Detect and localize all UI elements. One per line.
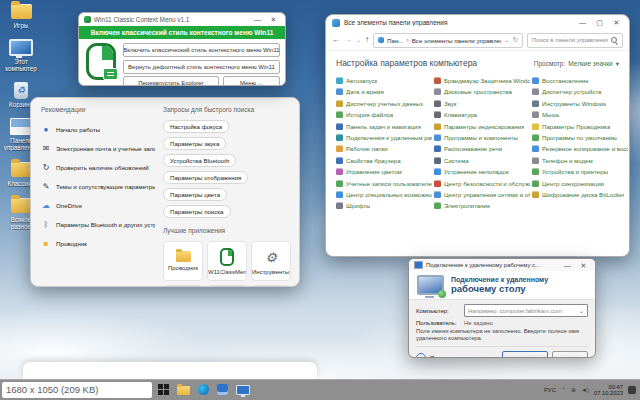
quick-search-pill[interactable]: Параметры цвета — [163, 188, 227, 201]
control-panel-item[interactable]: Центр управления сетями и общ... — [434, 191, 530, 198]
start-icon[interactable] — [158, 384, 169, 395]
show-options-chevron-icon[interactable]: ⌄ — [416, 353, 426, 358]
hidden-icons-chevron-icon[interactable]: ⌃ — [561, 387, 566, 393]
control-panel-item[interactable]: Резервное копирование и восст... — [532, 145, 628, 152]
this-pc-icon[interactable] — [236, 385, 250, 395]
control-panel-search-box[interactable]: Поиск в панели управления — [527, 33, 623, 48]
control-panel-item[interactable]: Центр безопасности и обслужив... — [434, 180, 530, 187]
quick-search-pill[interactable]: Параметры поиска — [163, 205, 231, 218]
app-tile[interactable]: Параметры — [163, 285, 203, 287]
control-panel-item[interactable]: Центр специальных возможностей — [336, 191, 432, 198]
control-panel-item[interactable]: Клавиатура — [434, 111, 530, 118]
recommendation-item[interactable]: ☁ OneDrive — [41, 196, 155, 215]
control-panel-item[interactable]: Устранение неполадок — [434, 168, 530, 175]
network-icon[interactable]: ⊕ — [571, 387, 576, 393]
control-panel-item[interactable]: Диспетчер учетных данных — [336, 100, 432, 107]
refresh-icon[interactable]: ↻ — [513, 36, 518, 44]
quick-search-pill[interactable]: Параметры отображения — [163, 171, 248, 184]
control-panel-item[interactable]: Дата и время — [336, 88, 432, 95]
control-panel-item[interactable]: Распознавание речи — [434, 145, 530, 152]
enable-classic-style-button[interactable]: Включить классический стиль контекстного… — [123, 43, 280, 57]
control-panel-item[interactable]: Устройства и принтеры — [532, 168, 628, 175]
control-panel-item[interactable]: Электропитание — [434, 202, 530, 209]
restart-explorer-button[interactable]: Перезапустить Explorer — [123, 76, 219, 86]
quick-search-pill[interactable]: Настройка фокуса — [163, 120, 229, 133]
recommendation-item[interactable]: ✉ Электронная почта и учетные записи — [41, 139, 155, 158]
minimize-icon[interactable]: — — [576, 19, 589, 26]
connect-button[interactable]: Подключить — [502, 351, 548, 358]
quick-search-pill[interactable]: Параметры звука — [163, 137, 226, 150]
control-panel-item[interactable]: Подключения к удаленным рабоч... — [336, 134, 432, 141]
app-tile[interactable]: Инструменты W... — [251, 241, 291, 281]
chevron-down-icon[interactable]: ▾ — [616, 60, 619, 68]
notification-icon[interactable] — [628, 386, 636, 394]
close-icon[interactable]: ✕ — [267, 16, 280, 23]
close-icon[interactable]: ✕ — [577, 262, 590, 269]
search-flyout-search-box[interactable] — [23, 362, 317, 380]
view-dropdown[interactable]: Мелкие значки — [568, 60, 612, 67]
help-button[interactable]: Справка — [552, 351, 588, 358]
control-panel-titlebar[interactable]: Все элементы панели управления — ▢ ✕ — [326, 15, 629, 30]
desktop-icon[interactable]: Игры — [1, 2, 41, 29]
app-tile[interactable]: Проводник — [163, 241, 203, 281]
control-panel-item[interactable]: Система — [434, 157, 530, 164]
recommendation-item[interactable]: ↻ Проверить наличие обновлений — [41, 158, 155, 177]
app-tile[interactable]: W11ClassMen... — [207, 241, 247, 281]
control-panel-item[interactable]: Параметры индексирования — [434, 123, 530, 130]
control-panel-item[interactable]: Звук — [434, 100, 530, 107]
breadcrumb[interactable]: Пан... › Все элементы панели управлен...… — [373, 33, 523, 48]
computer-combobox[interactable]: Например: computer.fabrikam.com ⌄ — [464, 304, 588, 317]
control-panel-item[interactable]: Центр синхронизации — [532, 180, 628, 187]
control-panel-item[interactable]: Телефон и модем — [532, 157, 628, 164]
app-tile[interactable]: Калькулятор — [251, 285, 291, 287]
app-tile[interactable]: Локальная пол... — [207, 285, 247, 287]
up-icon[interactable]: ↑ — [365, 36, 369, 44]
show-options-link[interactable]: Показать параметры — [430, 355, 498, 358]
control-panel-item[interactable]: Свойства браузера — [336, 157, 432, 164]
control-panel-item[interactable]: Рабочие папки — [336, 145, 432, 152]
restore-default-style-button[interactable]: Вернуть дефолтный стиль контекстного мен… — [123, 60, 280, 74]
remote-desktop-icon[interactable] — [217, 384, 228, 395]
control-panel-item[interactable]: Брандмауэр Защитника Windows — [434, 77, 530, 84]
forward-icon[interactable]: → — [344, 36, 352, 44]
control-panel-item[interactable]: Управление цветом — [336, 168, 432, 175]
clock[interactable]: 00:47 07.10.2023 — [594, 384, 623, 396]
control-panel-item[interactable]: Учетные записи пользователей — [336, 180, 432, 187]
ccm-titlebar[interactable]: Win11 Classic Context Menu v1.1 — ✕ — [79, 13, 285, 26]
back-icon[interactable]: ← — [332, 36, 340, 44]
chevron-down-icon[interactable]: ⌄ — [579, 307, 584, 314]
language-indicator[interactable]: РУС — [544, 387, 556, 393]
history-chevron-icon[interactable]: ⌄ — [356, 37, 361, 43]
breadcrumb-current[interactable]: Все элементы панели управлен... — [412, 37, 501, 44]
recommendation-item[interactable]: ■ Проводник — [41, 234, 155, 253]
quick-search-pill[interactable]: Устройства Bluetooth — [163, 154, 236, 167]
control-panel-item[interactable]: Инструменты Windows — [532, 100, 628, 107]
breadcrumb-chevron-icon[interactable]: ⌄ — [504, 36, 509, 44]
control-panel-item[interactable]: Автозапуск — [336, 77, 432, 84]
control-panel-item[interactable]: Мышь — [532, 111, 628, 118]
minimize-icon[interactable]: — — [251, 16, 264, 23]
menu-button[interactable]: Меню ... — [223, 76, 280, 86]
close-icon[interactable]: ✕ — [610, 19, 623, 26]
control-panel-item[interactable]: Шифрование диска BitLocker — [532, 191, 628, 198]
minimize-icon[interactable]: — — [561, 262, 574, 269]
volume-icon[interactable]: ◄) — [581, 387, 589, 393]
control-panel-item[interactable]: Параметры Проводника — [532, 123, 628, 130]
control-panel-item[interactable]: Дисковые пространства — [434, 88, 530, 95]
control-panel-item[interactable]: Программы и компоненты — [434, 134, 530, 141]
file-explorer-icon[interactable] — [177, 386, 190, 395]
control-panel-item[interactable]: Панель задач и навигация — [336, 123, 432, 130]
desktop-icon[interactable]: Этот компьютер — [1, 38, 41, 72]
breadcrumb-root[interactable]: Пан... — [387, 37, 403, 44]
recommendation-item[interactable]: ✎ Темы и сопутствующие параметры — [41, 177, 155, 196]
control-panel-item[interactable]: Восстановление — [532, 77, 628, 84]
recommendation-item[interactable]: ᛒ Параметры Bluetooth и других устр... — [41, 215, 155, 234]
control-panel-item[interactable]: Шрифты — [336, 202, 432, 209]
control-panel-item[interactable]: История файлов — [336, 111, 432, 118]
edge-icon[interactable] — [198, 384, 209, 395]
control-panel-item[interactable]: Программы по умолчанию — [532, 134, 628, 141]
rdp-titlebar[interactable]: Подключение к удаленному рабочему с... —… — [409, 259, 595, 271]
maximize-icon[interactable]: ▢ — [593, 19, 606, 26]
recommendation-item[interactable]: ● Начало работы — [41, 120, 155, 139]
control-panel-item[interactable]: Диспетчер устройств — [532, 88, 628, 95]
